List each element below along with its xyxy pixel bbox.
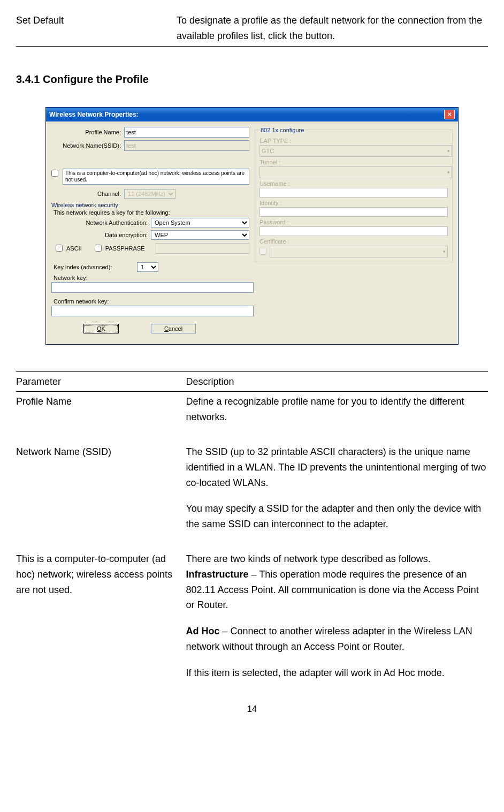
tunnel-select [259,166,452,178]
row2-param: This is a computer-to-computer (ad hoc) … [16,549,186,683]
netkey-input[interactable] [51,282,254,293]
username-input [259,188,448,198]
security-desc: This network requires a key for the foll… [51,209,249,216]
ssid-label: Network Name(SSID): [51,142,124,149]
top-param: Set Default [16,11,177,46]
section-heading: 3.4.1 Configure the Profile [16,73,488,86]
channel-label: Channel: [51,191,124,197]
auth-label: Network Authentication: [51,219,151,226]
certificate-checkbox [259,248,266,255]
left-panel: Profile Name: Network Name(SSID): This i… [51,127,249,339]
encrypt-label: Data encryption: [51,232,151,238]
keyindex-select[interactable]: 1 [137,262,158,272]
top-table: Set Default To designate a profile as th… [16,11,488,47]
profile-name-label: Profile Name: [51,129,124,135]
ssid-input [124,140,249,151]
passphrase-input [156,243,249,254]
dialog-title: Wireless Network Properties: [49,111,139,118]
confirmkey-input[interactable] [51,306,254,316]
identity-input [259,207,448,217]
encrypt-select[interactable]: WEP [151,230,249,240]
dialog-titlebar[interactable]: Wireless Network Properties: ✕ [46,108,458,122]
row0-desc: Define a recognizable profile name for y… [186,392,488,427]
certificate-select [270,246,448,257]
security-group-label: Wireless network security [51,202,249,208]
row1-param: Network Name (SSID) [16,442,186,534]
header-param: Parameter [16,371,186,392]
identity-label: Identity : [259,200,448,206]
passphrase-check[interactable]: PASSPHRASE [93,243,145,253]
adhoc-checkbox[interactable] [51,170,58,177]
adhoc-text: This is a computer-to-computer(ad hoc) n… [63,169,249,185]
top-desc: To designate a profile as the default ne… [177,11,488,46]
ascii-check[interactable]: ASCII [54,243,82,253]
username-label: Username : [259,180,448,187]
row0-param: Profile Name [16,392,186,427]
password-label: Password : [259,219,448,225]
row2-desc: There are two kinds of network type desc… [186,549,488,683]
certificate-label: Certificate : [259,238,448,245]
keyindex-label: Key index (advanced): [51,264,137,270]
x802-fieldset: 802.1x configure EAP TYPE : GTC Tunnel :… [255,127,453,262]
auth-select[interactable]: Open System [151,218,249,227]
close-icon[interactable]: ✕ [444,110,455,119]
ok-button[interactable]: OK [83,324,119,333]
password-input [259,226,448,236]
profile-name-input[interactable] [124,127,249,138]
eap-label: EAP TYPE : [259,138,448,144]
confirmkey-label: Confirm network key: [51,298,249,305]
row1-desc: The SSID (up to 32 printable ASCII chara… [186,442,488,534]
cancel-button[interactable]: Cancel [151,324,196,333]
screenshot-container: Wireless Network Properties: ✕ Profile N… [16,107,488,345]
tunnel-label: Tunnel : [259,159,448,165]
header-desc: Description [186,371,488,392]
eap-select: GTC [259,145,452,157]
netkey-label: Network key: [51,275,249,281]
page-number: 14 [16,704,488,714]
right-panel: 802.1x configure EAP TYPE : GTC Tunnel :… [255,127,453,339]
dialog-window: Wireless Network Properties: ✕ Profile N… [45,107,459,345]
param-table: Parameter Description Profile Name Defin… [16,371,488,683]
x802-legend: 802.1x configure [259,127,305,133]
channel-select: 11 (2462MHz) [124,189,175,199]
